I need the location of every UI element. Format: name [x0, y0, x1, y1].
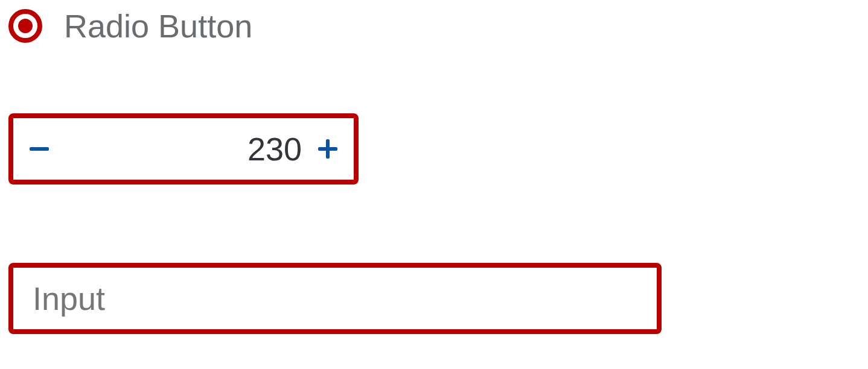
- minus-icon: [27, 137, 51, 161]
- plus-icon: [316, 137, 340, 161]
- text-input[interactable]: [31, 279, 639, 318]
- radio-inner-dot-icon: [18, 19, 33, 33]
- radio-label: Radio Button: [64, 10, 252, 42]
- decrement-button[interactable]: [24, 118, 54, 180]
- radio-button-row[interactable]: Radio Button: [8, 5, 860, 47]
- svg-rect-2: [326, 139, 330, 159]
- text-input-wrapper: [8, 263, 662, 334]
- step-input-value[interactable]: [54, 130, 313, 168]
- radio-selected-icon: [8, 9, 42, 43]
- svg-rect-0: [30, 147, 49, 151]
- increment-button[interactable]: [313, 118, 343, 180]
- step-input[interactable]: [8, 113, 359, 184]
